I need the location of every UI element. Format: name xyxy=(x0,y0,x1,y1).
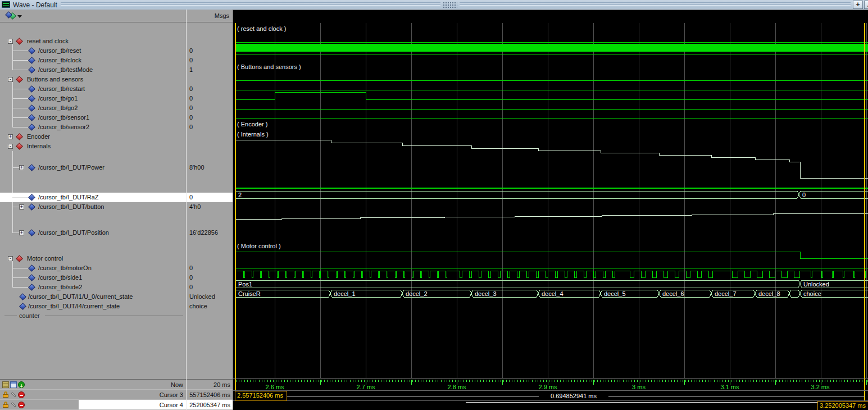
tree-connector xyxy=(12,60,28,61)
group-row-encoder[interactable]: +Encoder xyxy=(0,132,186,142)
signal-row-cursor-tb-sensor1[interactable]: /cursor_tb/sensor1 xyxy=(0,113,186,122)
edit-grid-icon[interactable] xyxy=(2,381,9,388)
signal-value-cursor-tb-i-dut-power: 8'h00 xyxy=(187,163,233,172)
blue-diamond-icon xyxy=(28,47,35,54)
signal-mode-dropdown[interactable] xyxy=(4,11,21,21)
signal-value-cursor-tb-i-dut-i1-u-0-current-state: Unlocked xyxy=(187,292,233,302)
signal-label: /cursor_tb/sensor2 xyxy=(38,122,89,132)
chevron-down-icon xyxy=(17,15,22,18)
lock-cursor-icon[interactable] xyxy=(2,402,9,408)
blue-diamond-icon xyxy=(19,293,26,300)
signal-value-cursor-tb-restart: 0 xyxy=(187,84,233,94)
blue-diamond-icon xyxy=(28,164,35,171)
blue-diamond-icon xyxy=(28,284,35,291)
expand-icon[interactable]: + xyxy=(19,230,24,235)
signal-row-cursor-tb-i-dut-i1-u-0-current-state[interactable]: /cursor_tb/I_DUT/I1/U_0/current_state xyxy=(0,292,186,302)
collapse-icon[interactable]: - xyxy=(8,256,13,261)
signal-row-cursor-tb-go1[interactable]: /cursor_tb/go1 xyxy=(0,94,186,103)
signal-row-cursor-tb-i-dut-position[interactable]: +/cursor_tb/I_DUT/Position xyxy=(0,228,186,238)
signal-row-cursor-tb-motoron[interactable]: /cursor_tb/motorOn xyxy=(0,263,186,273)
signal-row-cursor-tb-side2[interactable]: /cursor_tb/side2 xyxy=(0,283,186,292)
tree-connector xyxy=(12,197,28,198)
signal-value-cursor-tb-go1: 0 xyxy=(187,94,233,103)
wave-group-label: ( Internals ) xyxy=(237,131,269,138)
group-row-reset-and-clock[interactable]: -reset and clock xyxy=(0,37,186,46)
signal-value-cursor-tb-sensor2: 0 xyxy=(187,122,233,132)
signal-value-cursor-tb-sensor1: 0 xyxy=(187,113,233,122)
signal-value-cursor-tb-i-dut-position: 16'd22856 xyxy=(187,228,233,238)
bus-value-label: 0 xyxy=(802,192,806,198)
signal-label: /cursor_tb/I_DUT/RaZ xyxy=(38,193,99,202)
signal-row-cursor-tb-i-dut-raz[interactable]: /cursor_tb/I_DUT/RaZ xyxy=(0,193,186,202)
bus-value-label: choice xyxy=(803,290,821,297)
footer-label: Now xyxy=(171,380,183,390)
footer-value-text: 20 ms xyxy=(213,380,230,390)
collapse-icon[interactable]: - xyxy=(8,144,13,149)
expand-icon[interactable]: + xyxy=(19,165,24,170)
timeline-label: 2.9 ms xyxy=(538,384,557,390)
msgs-column-label: Msgs xyxy=(215,12,229,19)
group-row-buttons-and-sensors[interactable]: -Buttons and sensors xyxy=(0,75,186,84)
signal-row-cursor-tb-testmode[interactable]: /cursor_tb/testMode xyxy=(0,65,186,75)
timeline-label: 3 ms xyxy=(632,384,646,390)
lock-cursor-icon[interactable] xyxy=(2,391,9,398)
signal-row-cursor-tb-i-dut-button[interactable]: +/cursor_tb/I_DUT/button xyxy=(0,202,186,212)
blue-diamond-icon xyxy=(28,114,35,121)
tree-connector xyxy=(12,89,28,89)
signal-row-cursor-tb-side1[interactable]: /cursor_tb/side1 xyxy=(0,273,186,283)
signal-row-cursor-tb-sensor2[interactable]: /cursor_tb/sensor2 xyxy=(0,122,186,132)
wrench-icon[interactable] xyxy=(9,390,19,400)
expand-icon[interactable]: + xyxy=(19,204,24,209)
wave-background[interactable] xyxy=(233,10,868,410)
signal-row-cursor-tb-i-dut-power[interactable]: +/cursor_tb/I_DUT/Power xyxy=(0,163,186,172)
wrench-icon[interactable] xyxy=(9,400,19,410)
bus-value-label: decel_5 xyxy=(604,290,626,297)
divider-counter[interactable]: counter xyxy=(0,311,186,321)
wave-panel[interactable]: ( reset and clock )( Buttons and sensors… xyxy=(233,10,868,410)
blue-diamond-icon xyxy=(28,124,35,131)
collapse-icon[interactable]: - xyxy=(8,77,13,82)
delete-cursor-icon[interactable] xyxy=(18,402,25,408)
titlebar-drag-handle[interactable] xyxy=(443,2,457,8)
signal-label: /cursor_tb/restart xyxy=(38,84,85,94)
delete-cursor-icon[interactable] xyxy=(18,391,25,398)
signal-row-cursor-tb-restart[interactable]: /cursor_tb/restart xyxy=(0,84,186,94)
blue-diamond-icon xyxy=(28,66,35,74)
tree-connector xyxy=(12,51,28,51)
blue-diamond-icon xyxy=(28,194,35,201)
blue-diamond-icon xyxy=(28,274,35,281)
footer-row-cursor-4[interactable]: Cursor 4 xyxy=(0,400,186,410)
timeline-label: 2.8 ms xyxy=(447,384,466,390)
dock-expand-button[interactable]: + xyxy=(853,1,863,9)
signal-value-cursor-tb-testmode: 1 xyxy=(187,65,233,75)
footer-row-cursor-3[interactable]: Cursor 3 xyxy=(0,390,186,400)
group-label: Internals xyxy=(27,142,51,151)
group-row-motor-control[interactable]: -Motor control xyxy=(0,254,186,263)
signal-row-cursor-tb-reset[interactable]: /cursor_tb/reset xyxy=(0,46,186,56)
footer-label: Cursor 3 xyxy=(160,390,183,400)
titlebar-grip[interactable] xyxy=(460,2,851,7)
insert-cursor-icon[interactable]: + xyxy=(18,381,25,388)
signal-label: /cursor_tb/reset xyxy=(38,46,81,56)
tree-connector xyxy=(12,127,28,127)
signal-row-cursor-tb-clock[interactable]: /cursor_tb/clock xyxy=(0,56,186,65)
signal-row-cursor-tb-go2[interactable]: /cursor_tb/go2 xyxy=(0,103,186,113)
signal-label: /cursor_tb/go1 xyxy=(38,94,78,103)
footer-value-cursor-4: 252005347 ms xyxy=(187,400,233,410)
signal-label: /cursor_tb/I_DUT/I1/U_0/current_state xyxy=(28,292,133,302)
group-row-internals[interactable]: -Internals xyxy=(0,142,186,151)
signal-row-cursor-tb-i-dut-i4-current-state[interactable]: /cursor_tb/I_DUT/I4/current_state xyxy=(0,302,186,311)
collapse-icon[interactable]: - xyxy=(8,39,13,44)
window-titlebar[interactable]: Wave - Default + ↗ xyxy=(0,0,868,10)
red-diamond-icon xyxy=(16,255,23,262)
red-diamond-icon xyxy=(16,143,23,150)
wave-window-icon[interactable] xyxy=(10,381,17,388)
titlebar-grip[interactable] xyxy=(61,2,440,7)
group-label: Buttons and sensors xyxy=(27,75,83,84)
expand-icon[interactable]: + xyxy=(8,134,13,139)
undock-button[interactable]: ↗ xyxy=(864,1,868,9)
waveform-canvas[interactable]: ( reset and clock )( Buttons and sensors… xyxy=(233,10,868,410)
signal-names-panel: -reset and clock/cursor_tb/reset/cursor_… xyxy=(0,10,186,410)
tree-connector xyxy=(12,268,28,268)
footer-row-now[interactable]: +Now xyxy=(0,380,186,390)
